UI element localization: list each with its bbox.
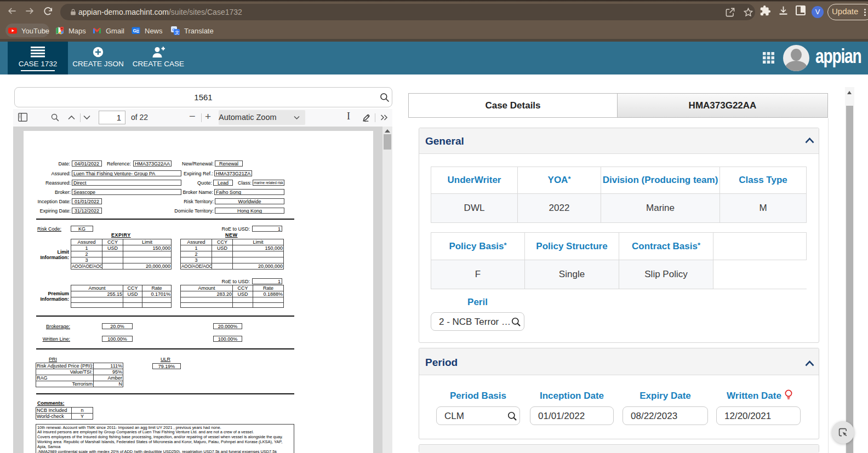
svg-text:G: G: [133, 28, 137, 33]
svg-text:文: 文: [175, 30, 179, 35]
